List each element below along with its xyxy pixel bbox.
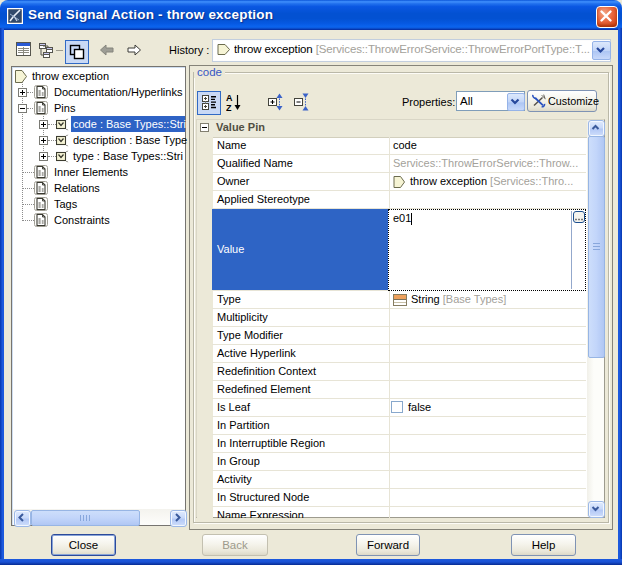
svg-text:A: A	[226, 93, 233, 103]
svg-text:Z: Z	[226, 103, 232, 113]
